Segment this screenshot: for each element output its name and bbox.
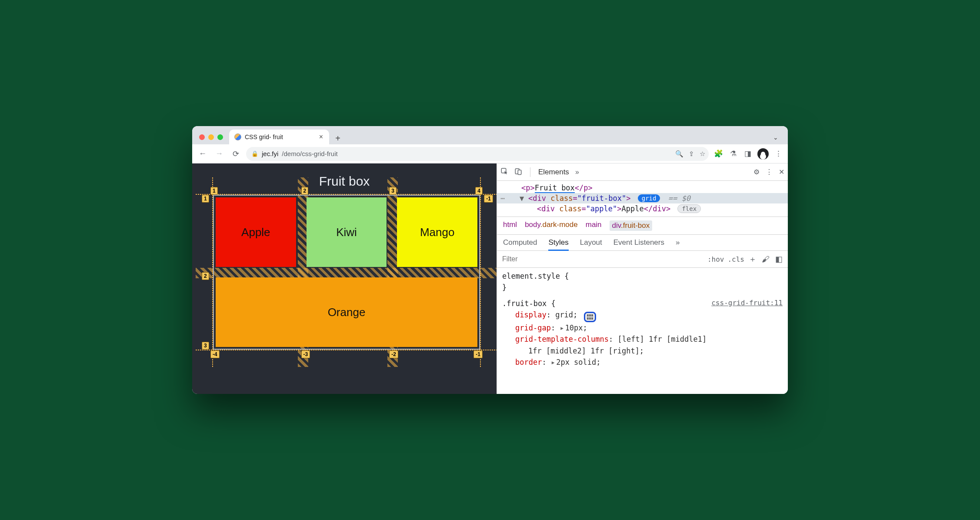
grid-badge[interactable]: grid [638, 194, 660, 202]
more-subtabs-icon[interactable]: » [676, 238, 680, 247]
svg-rect-7 [589, 317, 591, 320]
svg-rect-3 [587, 314, 589, 317]
extensions-icon[interactable]: 🧩 [713, 149, 723, 158]
grid-editor-button[interactable] [584, 312, 596, 322]
profile-avatar[interactable] [757, 148, 769, 160]
labs-icon[interactable]: ⚗ [728, 149, 738, 158]
minimize-window-icon[interactable] [208, 134, 214, 140]
more-tabs-icon[interactable]: » [575, 168, 579, 176]
subtab-computed[interactable]: Computed [503, 238, 537, 247]
styles-tabbar: Computed Styles Layout Event Listeners » [497, 235, 788, 251]
lock-icon: 🔒 [251, 150, 258, 157]
close-devtools-icon[interactable]: ✕ [779, 168, 784, 176]
devtools-panel: Elements » ⚙ ⋮ ✕ <p>Fruit box</p> ▼<div … [497, 163, 788, 394]
svg-rect-5 [591, 314, 593, 317]
cell-orange: Orange [216, 277, 477, 347]
url-host: jec.fyi [262, 150, 278, 157]
styles-pane[interactable]: element.style { } css-grid-fruit:11 .fru… [497, 268, 788, 370]
forward-button[interactable]: → [213, 149, 225, 158]
svg-rect-8 [591, 317, 593, 320]
bookmark-icon[interactable]: ☆ [700, 150, 705, 158]
reload-button[interactable]: ⟳ [230, 149, 242, 159]
paint-icon[interactable]: 🖌 [761, 255, 770, 264]
grid-col-num: 2 [301, 187, 309, 195]
inspect-icon[interactable] [500, 167, 508, 177]
browser-window: CSS grid- fruit × + ⌄ ← → ⟳ 🔒 jec.fyi/de… [192, 126, 788, 394]
tab-title: CSS grid- fruit [245, 133, 283, 140]
cell-mango: Mango [397, 197, 477, 267]
subtab-event-listeners[interactable]: Event Listeners [613, 238, 664, 247]
svg-rect-2 [518, 170, 521, 175]
subtab-layout[interactable]: Layout [580, 238, 602, 247]
address-bar[interactable]: 🔒 jec.fyi/demo/css-grid-fruit 🔍 ⇪ ☆ [246, 147, 709, 161]
browser-tab[interactable]: CSS grid- fruit × [229, 130, 329, 144]
grid-col-num: 3 [389, 187, 397, 195]
grid-row-num: 1 [202, 195, 209, 203]
dom-tree[interactable]: <p>Fruit box</p> ▼<div class="fruit-box"… [497, 181, 788, 217]
styles-filter-input[interactable] [501, 253, 704, 266]
crumb-active[interactable]: div.fruit-box [610, 220, 653, 231]
share-icon[interactable]: ⇪ [689, 150, 694, 158]
kebab-menu-icon[interactable]: ⋮ [773, 149, 783, 158]
hov-toggle[interactable]: :hov [707, 255, 724, 263]
styles-filter-bar: :hov .cls ＋ 🖌 ◧ [497, 251, 788, 268]
page-viewport: Fruit box Apple Kiwi Mango Orange 1 2 3 [192, 163, 497, 394]
device-toggle-icon[interactable] [514, 167, 522, 177]
grid-row-num: 3 [202, 342, 209, 350]
grid-col-num: -4 [210, 350, 220, 358]
window-controls [197, 134, 227, 144]
dom-breadcrumbs[interactable]: html body.dark-mode main div.fruit-box [497, 217, 788, 235]
grid-overlay: Apple Kiwi Mango Orange 1 2 3 4 1 2 3 -1… [213, 195, 480, 350]
zoom-window-icon[interactable] [217, 134, 223, 140]
new-tab-button[interactable]: + [332, 132, 344, 144]
cell-kiwi: Kiwi [307, 197, 387, 267]
svg-rect-6 [587, 317, 589, 320]
new-style-rule-icon[interactable]: ＋ [748, 254, 757, 264]
close-window-icon[interactable] [199, 134, 205, 140]
grid-col-num: -1 [473, 350, 483, 358]
page-heading: Fruit box [192, 174, 497, 189]
flex-badge[interactable]: flex [677, 204, 701, 213]
crumb[interactable]: body.dark-mode [525, 220, 578, 231]
grid-col-num: 4 [475, 187, 483, 195]
content-area: Fruit box Apple Kiwi Mango Orange 1 2 3 [192, 163, 788, 394]
browser-toolbar: ← → ⟳ 🔒 jec.fyi/demo/css-grid-fruit 🔍 ⇪ … [192, 144, 788, 163]
fruit-box-grid: Apple Kiwi Mango Orange [213, 195, 480, 350]
close-tab-icon[interactable]: × [319, 133, 323, 140]
zoom-icon[interactable]: 🔍 [675, 150, 683, 158]
computed-panel-icon[interactable]: ◧ [774, 254, 783, 264]
dom-node[interactable]: <div class="apple">Apple</div> flex [497, 203, 788, 214]
grid-col-num: -2 [389, 350, 398, 358]
favicon-icon [234, 133, 241, 140]
cell-apple: Apple [216, 197, 296, 267]
side-panel-icon[interactable]: ◨ [743, 149, 753, 158]
svg-rect-4 [589, 314, 591, 317]
source-link[interactable]: css-grid-fruit:11 [711, 298, 783, 309]
subtab-styles[interactable]: Styles [548, 238, 568, 251]
grid-col-num: 1 [210, 187, 218, 195]
crumb[interactable]: html [503, 220, 517, 231]
gear-icon[interactable]: ⚙ [753, 168, 760, 176]
crumb[interactable]: main [586, 220, 602, 231]
tab-menu-icon[interactable]: ⌄ [773, 134, 783, 144]
dom-node[interactable]: <p>Fruit box</p> [497, 183, 788, 193]
devtools-tabbar: Elements » ⚙ ⋮ ✕ [497, 163, 788, 181]
kebab-icon[interactable]: ⋮ [766, 168, 773, 176]
cls-toggle[interactable]: .cls [727, 255, 744, 263]
grid-row-num: 2 [202, 272, 209, 280]
grid-row-num: -1 [484, 195, 493, 203]
back-button[interactable]: ← [197, 149, 209, 158]
dom-node-selected[interactable]: ▼<div class="fruit-box"> grid == $0 [497, 193, 788, 203]
grid-col-num: -3 [301, 350, 310, 358]
url-path: /demo/css-grid-fruit [282, 150, 337, 157]
tab-strip: CSS grid- fruit × + ⌄ [192, 126, 788, 144]
devtools-tab-elements[interactable]: Elements [538, 168, 569, 177]
